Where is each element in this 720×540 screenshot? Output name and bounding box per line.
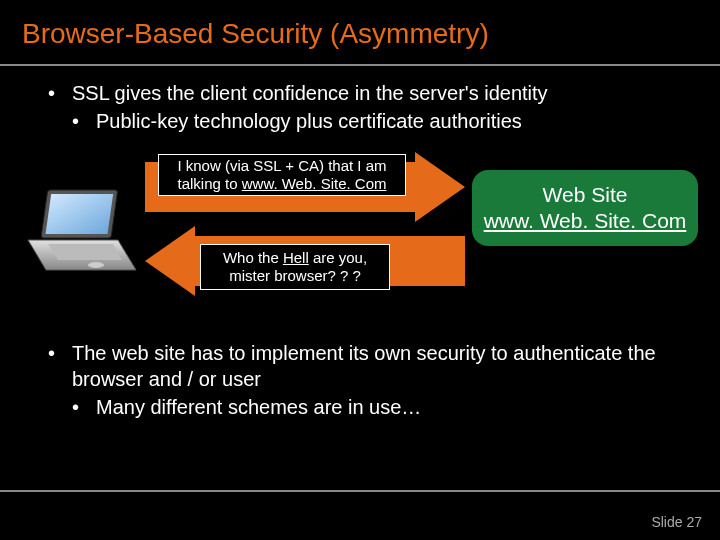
diagram: I know (via SSL + CA) that I am talking … [0, 148, 720, 318]
svg-point-4 [88, 262, 104, 268]
callout1-line2a: talking to [178, 175, 242, 192]
divider-bottom [0, 490, 720, 492]
callout2-line1a: Who the [223, 249, 283, 266]
arrow-left-head [145, 226, 195, 296]
bullet-2-sub: Many different schemes are in use… [72, 394, 720, 420]
callout-server-asks: Who the Hell are you, mister browser? ? … [200, 244, 390, 290]
callout1-line1: I know (via SSL + CA) that I am [177, 157, 386, 174]
slide-number: Slide 27 [651, 514, 702, 530]
bottom-bullets: The web site has to implement its own se… [0, 340, 720, 420]
svg-rect-1 [46, 194, 114, 234]
callout1-line2b: www. Web. Site. Com [242, 175, 387, 192]
callout2-line2: mister browser? ? ? [229, 267, 361, 284]
server-line1: Web Site [543, 182, 628, 208]
top-bullets: SSL gives the client confidence in the s… [0, 80, 720, 134]
callout2-line1b: Hell [283, 249, 309, 266]
server-line2: www. Web. Site. Com [484, 208, 687, 234]
svg-marker-3 [48, 244, 122, 260]
bullet-2: The web site has to implement its own se… [48, 340, 720, 392]
callout-client-knows: I know (via SSL + CA) that I am talking … [158, 154, 406, 196]
divider-top [0, 64, 720, 66]
arrow-right-head [415, 152, 465, 222]
slide-title: Browser-Based Security (Asymmetry) [0, 0, 720, 64]
laptop-icon [18, 188, 138, 278]
bullet-1-sub: Public-key technology plus certificate a… [72, 108, 720, 134]
server-box: Web Site www. Web. Site. Com [470, 168, 700, 248]
bullet-1: SSL gives the client confidence in the s… [48, 80, 720, 106]
callout2-line1c: are you, [309, 249, 367, 266]
